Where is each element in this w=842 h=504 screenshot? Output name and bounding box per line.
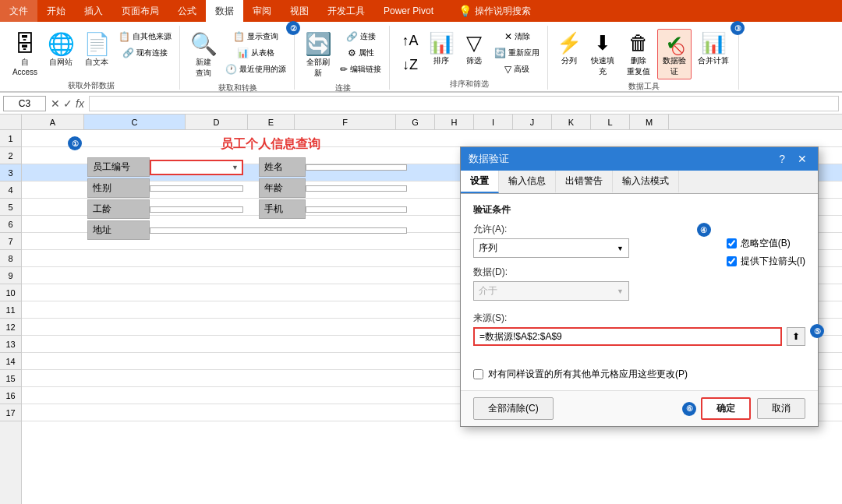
btn-split[interactable]: ⚡ 分列	[554, 29, 584, 69]
transform-col: 📋 显示查询 📊 从表格 🕐 最近使用的源	[222, 29, 289, 77]
btn-web[interactable]: 🌐 自网站	[44, 29, 78, 70]
row-num-9[interactable]: 9	[0, 267, 21, 284]
btn-refresh-all[interactable]: 🔄 全部刷新	[301, 29, 335, 81]
row-num-2[interactable]: 2	[0, 147, 21, 164]
btn-connections[interactable]: 🔗 连接	[337, 29, 384, 44]
dialog-source-ref-btn[interactable]: ⬆	[787, 327, 805, 346]
row-num-7[interactable]: 7	[0, 233, 21, 250]
row-num-8[interactable]: 8	[0, 250, 21, 267]
tab-data[interactable]: 数据	[206, 0, 243, 22]
btn-show-query[interactable]: 📋 显示查询	[222, 29, 289, 44]
col-header-a[interactable]: A	[22, 115, 84, 129]
btn-sort-az[interactable]: ↑A	[396, 29, 424, 52]
tab-start[interactable]: 开始	[37, 0, 75, 22]
dialog-tab-error-alert[interactable]: 出错警告	[556, 171, 613, 193]
btn-recent-source[interactable]: 🕐 最近使用的源	[222, 62, 289, 77]
input-empno[interactable]: ▼	[150, 160, 243, 175]
btn-sort[interactable]: 📊 排序	[426, 29, 457, 69]
tab-insert[interactable]: 插入	[75, 0, 112, 22]
col-header-h[interactable]: H	[435, 115, 474, 129]
dialog-allow-value: 序列	[479, 241, 497, 255]
btn-properties[interactable]: ⚙ 属性	[337, 45, 384, 61]
input-seniority[interactable]	[150, 206, 243, 213]
input-gender[interactable]	[150, 185, 243, 192]
btn-edit-links[interactable]: ✏ 编辑链接	[337, 62, 384, 77]
row-num-10[interactable]: 10	[0, 284, 21, 301]
btn-cancel[interactable]: 取消	[757, 398, 805, 419]
col-header-m[interactable]: M	[630, 115, 669, 129]
btn-reapply[interactable]: 🔄 重新应用	[491, 45, 543, 61]
confirm-formula-icon[interactable]: ✓	[63, 97, 73, 110]
row-num-4[interactable]: 4	[0, 182, 21, 199]
btn-clear-filter[interactable]: ✕ 清除	[491, 29, 543, 44]
dialog-close-btn[interactable]: ✕	[794, 153, 810, 165]
label-age: 年龄	[259, 178, 306, 198]
ribbon-hint[interactable]: 操作说明搜索	[475, 5, 531, 18]
btn-other-source[interactable]: 📋 自其他来源	[115, 29, 175, 44]
row-num-5[interactable]: 5	[0, 199, 21, 216]
row-num-13[interactable]: 13	[0, 336, 21, 353]
formula-input[interactable]	[89, 96, 839, 111]
col-header-d[interactable]: D	[186, 115, 248, 129]
input-address[interactable]	[150, 227, 407, 234]
dialog-tab-settings[interactable]: 设置	[461, 171, 499, 193]
row-num-12[interactable]: 12	[0, 319, 21, 336]
dialog-allow-select[interactable]: 序列 ▼	[473, 238, 629, 258]
col-header-g[interactable]: G	[396, 115, 435, 129]
col-header-l[interactable]: L	[591, 115, 630, 129]
cell-ref-box[interactable]	[3, 96, 46, 111]
btn-text[interactable]: 📄 自文本	[80, 29, 114, 70]
btn-remove-dup[interactable]: 🗑 删除重复值	[621, 29, 656, 79]
btn-data-validation[interactable]: ✔ 🚫 数据验证	[657, 29, 692, 79]
row-num-3[interactable]: 3	[0, 164, 21, 182]
row-num-15[interactable]: 15	[0, 370, 21, 387]
col-header-f[interactable]: F	[295, 115, 396, 129]
tab-dev[interactable]: 开发工具	[318, 0, 374, 22]
btn-clear-all[interactable]: 全部清除(C)	[473, 397, 554, 420]
checkbox-ignore-blank[interactable]	[727, 238, 737, 248]
tab-view[interactable]: 视图	[281, 0, 318, 22]
cancel-formula-icon[interactable]: ✕	[51, 97, 60, 110]
row-num-16[interactable]: 16	[0, 387, 21, 404]
btn-merge-calc[interactable]: 📊 合并计算	[693, 29, 734, 69]
input-name[interactable]	[306, 164, 407, 171]
btn-access[interactable]: 🗄 自 Access	[8, 29, 42, 79]
dialog-tab-input-msg[interactable]: 输入信息	[499, 171, 556, 193]
formula-bar: ✕ ✓ fx	[0, 93, 842, 115]
btn-ok[interactable]: 确定	[701, 397, 751, 420]
dialog-data-select: 介于 ▼	[473, 281, 629, 301]
input-age[interactable]	[306, 185, 407, 192]
col-header-j[interactable]: J	[513, 115, 552, 129]
row-num-17[interactable]: 17	[0, 404, 21, 421]
col-header-row: A C D E F G H I J K L M	[0, 115, 842, 130]
col-header-e[interactable]: E	[248, 115, 295, 129]
tab-powerpivot[interactable]: Power Pivot	[374, 0, 443, 22]
btn-existing-connection[interactable]: 🔗 现有连接	[115, 45, 175, 61]
tab-file[interactable]: 文件	[0, 0, 37, 22]
tab-formula[interactable]: 公式	[168, 0, 206, 22]
btn-new-query[interactable]: 🔍 新建查询	[186, 29, 221, 81]
row-num-6[interactable]: 6	[0, 216, 21, 233]
row-num-14[interactable]: 14	[0, 353, 21, 370]
dialog-help-btn[interactable]: ?	[776, 153, 788, 165]
col-header-k[interactable]: K	[552, 115, 591, 129]
checkbox-dropdown[interactable]	[727, 256, 737, 266]
tab-review[interactable]: 审阅	[243, 0, 281, 22]
insert-function-icon[interactable]: fx	[76, 97, 84, 110]
row-num-11[interactable]: 11	[0, 301, 21, 319]
col-header-c-selected[interactable]: C	[84, 115, 186, 129]
reapply-icon: 🔄	[494, 48, 506, 58]
row-num-1[interactable]: 1	[0, 130, 21, 147]
dialog-tab-ime[interactable]: 输入法模式	[613, 171, 679, 193]
tab-layout[interactable]: 页面布局	[112, 0, 168, 22]
dialog-source-input[interactable]	[473, 327, 782, 346]
checkbox-apply-all[interactable]	[473, 369, 483, 379]
btn-filter[interactable]: ▽ 筛选	[458, 29, 490, 69]
input-phone[interactable]	[306, 206, 407, 213]
btn-flash-fill[interactable]: ⬇ 快速填充	[586, 29, 620, 79]
label-seniority: 工龄	[87, 199, 150, 219]
col-header-i[interactable]: I	[474, 115, 513, 129]
btn-from-table[interactable]: 📊 从表格	[222, 45, 289, 61]
btn-advanced[interactable]: ▽ 高级	[491, 62, 543, 77]
btn-sort-za[interactable]: ↓Z	[396, 53, 424, 76]
